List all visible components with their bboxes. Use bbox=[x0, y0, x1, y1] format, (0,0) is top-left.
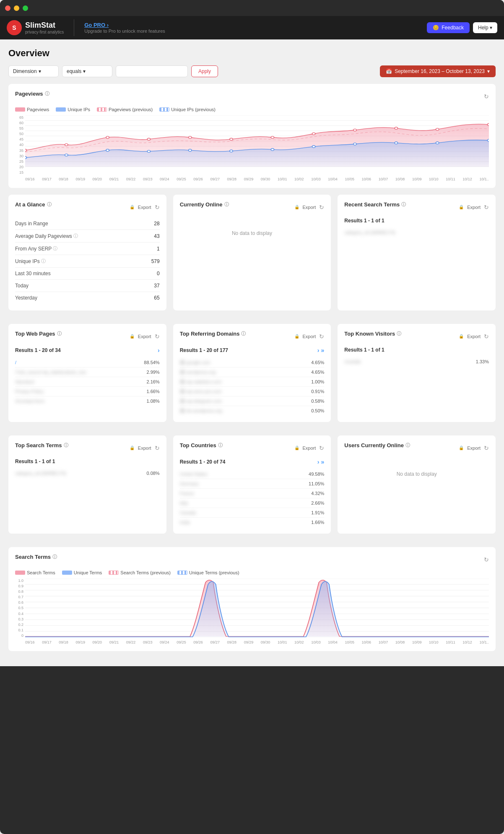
users-online-no-data: No data to display bbox=[344, 459, 489, 490]
currently-online-refresh-icon[interactable]: ↻ bbox=[319, 204, 324, 211]
top-countries-info-icon[interactable]: ⓘ bbox=[218, 442, 223, 448]
top-countries-export-btn[interactable]: Export bbox=[303, 446, 316, 451]
search-terms-x-labels: 09/1609/1709/1809/1909/2009/2109/2209/23… bbox=[25, 640, 489, 644]
unique-info-icon[interactable]: ⓘ bbox=[41, 258, 46, 264]
search-terms-legend: Search Terms Unique Terms Search Terms (… bbox=[15, 570, 489, 575]
svg-point-19 bbox=[353, 129, 356, 131]
minimize-btn[interactable] bbox=[14, 5, 19, 11]
referring-link-4[interactable]: wp-telegram.com bbox=[180, 399, 222, 404]
list-item: Canada 1.91% bbox=[180, 508, 325, 518]
at-a-glance-info-icon[interactable]: ⓘ bbox=[47, 201, 52, 208]
unique-terms-area bbox=[25, 581, 489, 637]
serp-info-icon[interactable]: ⓘ bbox=[53, 245, 57, 252]
users-online-refresh-icon[interactable]: ↻ bbox=[484, 445, 489, 451]
legend-pageviews-label: Pageviews bbox=[27, 107, 49, 112]
top-referring-next-arrow[interactable]: » bbox=[321, 347, 325, 354]
search-terms-chart-info-icon[interactable]: ⓘ bbox=[52, 554, 57, 560]
referring-link-0[interactable]: google.com bbox=[180, 360, 210, 365]
at-a-glance-export-btn[interactable]: Export bbox=[138, 205, 151, 210]
country-val-1: 11.05% bbox=[309, 481, 324, 486]
country-link-2[interactable]: France bbox=[180, 491, 194, 496]
apply-button[interactable]: Apply bbox=[191, 65, 218, 77]
top-search-terms-info-icon[interactable]: ⓘ bbox=[64, 442, 68, 448]
country-link-5[interactable]: India bbox=[180, 520, 190, 525]
top-referring-refresh-icon[interactable]: ↻ bbox=[319, 333, 324, 340]
legend-search-terms-label: Search Terms bbox=[27, 570, 55, 575]
avg-info-icon[interactable]: ⓘ bbox=[73, 233, 78, 239]
top-referring-export-btn[interactable]: Export bbox=[303, 334, 316, 339]
top-search-terms-refresh-icon[interactable]: ↻ bbox=[155, 445, 160, 451]
recent-search-item-0[interactable]: category_id:(1B4f0E174) bbox=[344, 230, 395, 235]
top-countries-next-arrow[interactable]: » bbox=[321, 459, 325, 465]
country-val-3: 2.66% bbox=[311, 500, 324, 506]
search-terms-chart-card: Search Terms ⓘ ↻ Search Terms Unique Ter… bbox=[8, 547, 496, 651]
favicon-icon bbox=[180, 370, 185, 375]
list-item: India 1.66% bbox=[180, 518, 325, 527]
top-web-pages-refresh-icon[interactable]: ↻ bbox=[155, 333, 160, 340]
top-known-visitors-export-btn[interactable]: Export bbox=[467, 334, 481, 339]
dimension-select[interactable]: Dimension ▾ bbox=[8, 65, 59, 77]
top-countries-refresh-icon[interactable]: ↻ bbox=[319, 445, 324, 451]
operator-select[interactable]: equals ▾ bbox=[62, 65, 112, 77]
top-referring-prev-arrow[interactable]: › bbox=[317, 347, 320, 354]
top-web-pages-info-icon[interactable]: ⓘ bbox=[57, 331, 62, 337]
maximize-btn[interactable] bbox=[23, 5, 28, 11]
known-visitor-link-0[interactable]: mostafa bbox=[344, 359, 361, 364]
web-page-link-2[interactable]: /#product bbox=[15, 379, 34, 384]
currently-online-no-data: No data to display bbox=[180, 218, 325, 249]
top-web-pages-next-arrow[interactable]: › bbox=[158, 347, 160, 354]
referring-link-2[interactable]: wp-statistics.com bbox=[180, 379, 222, 384]
users-online-actions: 🔒 Export ↻ bbox=[459, 445, 489, 451]
web-page-link-0[interactable]: / bbox=[15, 360, 16, 365]
users-online-info-icon[interactable]: ⓘ bbox=[405, 442, 410, 448]
top-search-terms-export-btn[interactable]: Export bbox=[138, 446, 151, 451]
users-online-export-btn[interactable]: Export bbox=[467, 446, 481, 451]
web-page-link-4[interactable]: /#contact-form bbox=[15, 399, 44, 404]
country-link-4[interactable]: Canada bbox=[180, 510, 196, 515]
list-item: category_id:(1B4f0E174) 0.08% bbox=[15, 469, 160, 478]
at-a-glance-refresh-icon[interactable]: ↻ bbox=[155, 204, 160, 211]
top-referring-domains-card: Top Referring Domains ⓘ 🔒 Export ↻ Resul… bbox=[173, 324, 331, 422]
currently-online-export-btn[interactable]: Export bbox=[303, 205, 316, 210]
top-countries-lock-icon: 🔒 bbox=[294, 446, 299, 450]
referring-link-1[interactable]: wordpress.org bbox=[180, 370, 216, 375]
export-label: Export bbox=[303, 334, 316, 339]
country-link-1[interactable]: Germany bbox=[180, 481, 199, 486]
web-page-link-3[interactable]: Privacy Policy bbox=[15, 389, 44, 394]
date-range-button[interactable]: 📅 September 16, 2023 – October 13, 2023 … bbox=[380, 65, 496, 77]
recent-search-info-icon[interactable]: ⓘ bbox=[401, 201, 406, 208]
date-chevron-icon: ▾ bbox=[487, 68, 490, 74]
help-label: Help ▾ bbox=[478, 25, 492, 31]
referring-val-0: 4.65% bbox=[311, 360, 324, 365]
referring-link-3[interactable]: wp-wms-pro.com bbox=[180, 389, 222, 394]
currently-online-info-icon[interactable]: ⓘ bbox=[224, 201, 229, 208]
unique-terms-line bbox=[25, 581, 489, 637]
pageviews-info-icon[interactable]: ⓘ bbox=[45, 91, 49, 97]
top-known-visitors-refresh-icon[interactable]: ↻ bbox=[484, 333, 489, 340]
top-web-pages-export-btn[interactable]: Export bbox=[138, 334, 151, 339]
legend-search-terms: Search Terms bbox=[15, 570, 55, 575]
search-terms-chart-refresh-icon[interactable]: ↻ bbox=[484, 556, 489, 563]
top-web-pages-title: Top Web Pages ⓘ bbox=[15, 331, 62, 337]
pageviews-y-axis: 6560555045403530252015 bbox=[15, 115, 23, 181]
country-link-3[interactable]: Italy bbox=[180, 500, 188, 506]
filter-input[interactable] bbox=[116, 65, 188, 77]
recent-search-refresh-icon[interactable]: ↻ bbox=[484, 204, 489, 211]
country-link-0[interactable]: United States bbox=[180, 472, 208, 477]
pageviews-refresh-icon[interactable]: ↻ bbox=[484, 93, 489, 100]
search-term-link-0[interactable]: category_id:(1B4f0E174) bbox=[15, 471, 66, 476]
users-online-title: Users Currently Online ⓘ bbox=[344, 442, 410, 448]
go-pro-link[interactable]: Go PRO › bbox=[84, 22, 165, 28]
close-btn[interactable] bbox=[5, 5, 10, 11]
top-referring-info-icon[interactable]: ⓘ bbox=[241, 331, 246, 337]
search-terms-y-axis: 1.00.90.80.70.60.50.40.30.20.10 bbox=[15, 579, 23, 644]
referring-link-5[interactable]: de.wordpress.org bbox=[180, 408, 222, 413]
top-known-visitors-info-icon[interactable]: ⓘ bbox=[397, 331, 401, 337]
recent-search-export-btn[interactable]: Export bbox=[467, 205, 481, 210]
web-page-link-1[interactable]: /?utm_source=wp_statistics&utm_medium=di… bbox=[15, 370, 86, 375]
top-countries-prev-arrow[interactable]: › bbox=[317, 459, 320, 465]
feedback-button[interactable]: 😊 Feedback bbox=[427, 22, 470, 33]
at-a-glance-title: At a Glance ⓘ bbox=[15, 201, 52, 208]
help-button[interactable]: Help ▾ bbox=[473, 22, 497, 33]
top-known-visitors-actions: 🔒 Export ↻ bbox=[459, 333, 489, 340]
